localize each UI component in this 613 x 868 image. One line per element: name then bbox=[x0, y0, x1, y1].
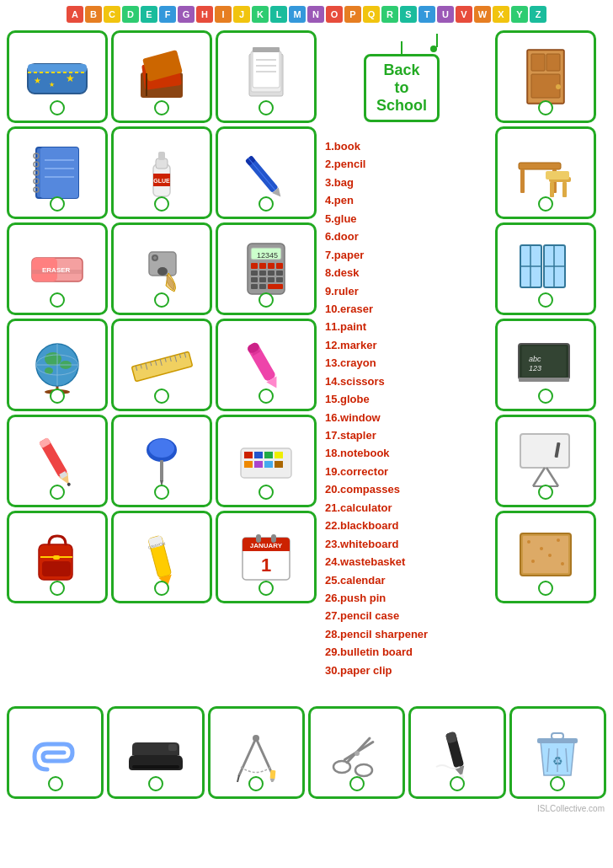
card-circle bbox=[538, 581, 553, 596]
svg-rect-59 bbox=[276, 277, 283, 282]
main-content: ★ ★ ★ bbox=[0, 27, 613, 703]
alpha-letter-s: S bbox=[400, 6, 417, 23]
card-desk bbox=[495, 126, 596, 219]
svg-rect-101 bbox=[275, 452, 283, 458]
alpha-letter-m: M bbox=[289, 6, 306, 23]
svg-line-146 bbox=[533, 468, 545, 486]
svg-line-165 bbox=[237, 775, 239, 782]
vocab-item-7: 7.paper bbox=[325, 246, 428, 264]
alpha-letter-r: R bbox=[381, 6, 398, 23]
svg-rect-133 bbox=[546, 171, 569, 179]
card-circle bbox=[154, 485, 169, 500]
vocab-item-16: 16.window bbox=[325, 409, 428, 426]
svg-point-155 bbox=[531, 560, 535, 563]
svg-rect-108 bbox=[42, 561, 71, 576]
card-circle bbox=[50, 485, 65, 500]
svg-rect-104 bbox=[264, 461, 273, 468]
svg-line-162 bbox=[256, 738, 273, 775]
card-circle bbox=[154, 388, 169, 404]
svg-text:ERASER: ERASER bbox=[42, 266, 71, 274]
card-marker bbox=[216, 319, 317, 411]
svg-rect-158 bbox=[168, 744, 177, 751]
card-eraser: ERASER bbox=[7, 222, 108, 315]
stapler-bottom-icon bbox=[122, 721, 189, 785]
svg-text:★: ★ bbox=[66, 72, 75, 84]
svg-text:abc: abc bbox=[529, 355, 541, 363]
alpha-letter-t: T bbox=[418, 6, 435, 23]
svg-text:JANUARY: JANUARY bbox=[250, 542, 283, 549]
vocab-item-23: 23.whiteboard bbox=[325, 535, 428, 553]
svg-point-41 bbox=[157, 267, 168, 276]
card-corrector-bottom bbox=[408, 706, 505, 799]
svg-point-126 bbox=[556, 84, 561, 89]
card-circle bbox=[50, 292, 65, 308]
paper-icon bbox=[232, 46, 300, 109]
card-bag bbox=[7, 511, 108, 603]
vocab-list: 1.book2.pencil3.bag4.pen5.glue6.door7.pa… bbox=[322, 137, 428, 679]
alpha-letter-y: Y bbox=[511, 6, 528, 23]
svg-rect-145 bbox=[520, 434, 569, 468]
svg-rect-102 bbox=[244, 461, 253, 468]
pen-icon bbox=[232, 142, 300, 205]
card-circle bbox=[259, 388, 274, 404]
alpha-letter-x: X bbox=[493, 6, 509, 23]
alpha-letter-n: N bbox=[307, 6, 324, 23]
svg-text:♻: ♻ bbox=[552, 754, 563, 768]
svg-rect-58 bbox=[268, 277, 275, 282]
svg-rect-118 bbox=[256, 534, 261, 543]
alpha-letter-d: D bbox=[122, 6, 139, 23]
card-circle bbox=[154, 196, 169, 212]
card-circle bbox=[259, 485, 274, 500]
vocab-item-27: 27.pencil case bbox=[325, 607, 428, 624]
svg-text:1: 1 bbox=[261, 555, 271, 576]
svg-line-161 bbox=[239, 738, 256, 775]
card-circle bbox=[259, 292, 274, 308]
svg-text:★: ★ bbox=[49, 81, 55, 88]
alpha-letter-k: K bbox=[252, 6, 269, 23]
title-sign: Back to School bbox=[364, 54, 440, 122]
alpha-letter-p: P bbox=[344, 6, 361, 23]
compasses-bottom-icon bbox=[222, 721, 290, 785]
right-grid: abc 123 bbox=[495, 30, 596, 699]
pushpin-icon bbox=[128, 430, 195, 493]
svg-rect-125 bbox=[531, 74, 560, 98]
vocab-item-8: 8.desk bbox=[325, 264, 428, 281]
card-pushpin bbox=[111, 415, 212, 507]
card-circle bbox=[50, 100, 65, 115]
svg-rect-159 bbox=[132, 765, 179, 769]
alpha-letter-a: A bbox=[67, 6, 83, 23]
vocab-item-22: 22.blackboard bbox=[325, 517, 428, 534]
vocab-item-21: 21.calculator bbox=[325, 499, 428, 517]
card-pencil-case: ★ ★ ★ bbox=[7, 30, 108, 123]
title-line1: Back bbox=[383, 62, 419, 78]
vocab-item-1: 1.book bbox=[325, 137, 428, 155]
svg-rect-48 bbox=[251, 263, 258, 269]
card-door bbox=[495, 30, 596, 123]
bulletin-icon bbox=[512, 526, 579, 589]
paint-icon bbox=[232, 430, 300, 493]
vocab-item-6: 6.door bbox=[325, 228, 428, 245]
middle-section: Back to School 1.book2.pencil3.bag4.pen5… bbox=[322, 30, 490, 699]
svg-rect-57 bbox=[259, 277, 266, 282]
title-line3: School bbox=[376, 97, 427, 114]
svg-rect-12 bbox=[253, 49, 280, 88]
card-circle bbox=[450, 776, 465, 791]
svg-point-153 bbox=[540, 547, 543, 550]
svg-rect-55 bbox=[276, 271, 283, 276]
alpha-letter-b: B bbox=[85, 6, 102, 23]
alpha-letter-i: I bbox=[215, 6, 232, 23]
scissors-bottom-icon bbox=[323, 721, 391, 785]
svg-rect-109 bbox=[53, 555, 60, 560]
alpha-letter-f: F bbox=[159, 6, 176, 23]
svg-rect-119 bbox=[271, 534, 276, 543]
svg-rect-52 bbox=[251, 271, 258, 276]
glue-icon: GLUE bbox=[128, 142, 195, 205]
svg-rect-123 bbox=[531, 54, 545, 71]
card-window bbox=[495, 222, 596, 315]
card-bulletin bbox=[495, 511, 596, 603]
svg-point-94 bbox=[149, 439, 174, 458]
vocab-item-12: 12.marker bbox=[325, 336, 428, 354]
corrector-bottom-icon bbox=[424, 721, 491, 785]
vocab-item-19: 19.corrector bbox=[325, 463, 428, 480]
vocab-item-20: 20.compasses bbox=[325, 480, 428, 498]
